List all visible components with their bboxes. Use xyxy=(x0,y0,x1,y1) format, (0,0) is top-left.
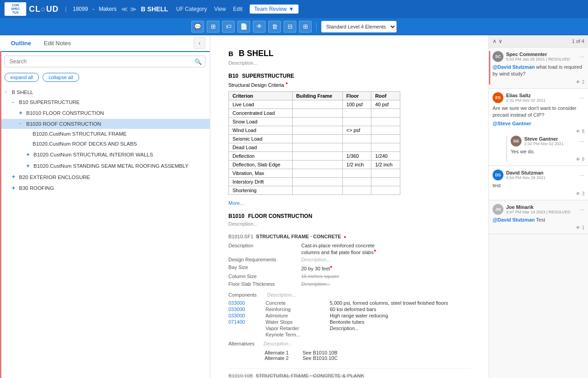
sf1-header: B1010.SF1 STRUCTURAL FRAME · CONCRETE ● xyxy=(228,234,470,239)
comment-header-4: JM Joe Minarik 3:47 PM Mar 14 2023 | RES… xyxy=(493,204,584,215)
comment-block-2: ES Elias Saltz 2:31 PM Nov 02 2021 ··· A… xyxy=(489,89,588,166)
comment-views-4: 👁 1 xyxy=(493,225,584,230)
more-link[interactable]: More... xyxy=(228,200,470,206)
nav-arrow-up[interactable]: ∧ xyxy=(493,38,497,44)
tree-item-b1020-siw[interactable]: + B1020.CustNum STRUCTURAL INTERIOR WALL… xyxy=(0,149,210,161)
tree-item-b1020[interactable]: − B1020 ROOF CONSTRUCTION xyxy=(0,119,210,129)
b10-title: SUPERSTRUCTURE xyxy=(242,73,294,79)
tree-item-b20[interactable]: + B20 EXTERIOR ENCLOSURE xyxy=(0,171,210,183)
comment-meta-2: Elias Saltz 2:31 PM Nov 02 2021 xyxy=(506,93,576,103)
comp-val-concrete: 5,000 psi, formed columns, steel trowel … xyxy=(330,300,470,306)
sf1-bay-size-label: Bay Size xyxy=(228,264,301,272)
doc-description: Description... xyxy=(228,60,470,66)
nav-arrow-down[interactable]: ∨ xyxy=(498,38,503,44)
tree-plus-b20[interactable]: + xyxy=(12,172,17,182)
tree-plus-b1020-ssm[interactable]: + xyxy=(26,161,32,171)
left-panel: Outline Edit Notes ‹ 🔍 expand all collap… xyxy=(0,35,210,378)
comment-meta-1: Spec Commenter 5:43 PM Jan 25 2021 | RES… xyxy=(506,52,576,61)
tab-edit-notes[interactable]: Edit Notes xyxy=(38,35,77,52)
standard-level-select[interactable]: Standard Level 4 Elements xyxy=(321,21,397,33)
comment-views-1: 👁 2 xyxy=(493,80,584,85)
sf1-detail-grid: Description Cast-in-place reinforced con… xyxy=(228,242,470,288)
comment-icon[interactable]: 💬 xyxy=(191,21,204,33)
comment-views-3: 👁 3 xyxy=(493,191,584,196)
tree-item-b1010[interactable]: + B1010 FLOOR CONSTRUCTION xyxy=(0,108,210,119)
collapse-all-button[interactable]: collapse all xyxy=(43,73,79,82)
nav-project: 18099 xyxy=(73,6,88,12)
tree-plus-b1010[interactable]: + xyxy=(19,109,24,118)
tree-item-b1020-sf[interactable]: B1020.CustNum STRUCTURAL FRAME xyxy=(0,129,210,139)
layout-icon[interactable]: ⊟ xyxy=(284,21,296,33)
reply-author-steve: Steve Gantner xyxy=(524,136,576,142)
table-row: Interstory Drift xyxy=(229,177,400,186)
comment-more-4[interactable]: ··· xyxy=(579,206,584,213)
document-icon[interactable]: 📄 xyxy=(237,21,250,33)
b1010b-section: B1010.10B STRUCTURAL FRAME · CONCRETE & … xyxy=(228,368,470,378)
tree-toggle-b-shell[interactable]: − xyxy=(5,89,10,96)
panel-tabs: Outline Edit Notes ‹ xyxy=(0,35,210,52)
card-icon[interactable]: ⊞ xyxy=(207,21,219,33)
tree-label-b1020-rd: B1020.CustNum ROOF DECKS AND SLABS xyxy=(33,140,137,148)
comp-val-reinforcing: 60 ksi deformed bars xyxy=(330,307,470,312)
sf1-req-dot: ● xyxy=(344,235,346,239)
eye-icon[interactable]: 👁 xyxy=(253,21,266,33)
b1010b-header: B1010.10B STRUCTURAL FRAME · CONCRETE & … xyxy=(228,373,470,378)
nav-project-name: Makers xyxy=(99,6,116,12)
tree-item-b30[interactable]: + B30 ROOFING xyxy=(0,183,210,194)
b10-label: B10 xyxy=(228,73,238,79)
avatar-spec-commenter: SC xyxy=(493,51,503,62)
nav-sep: | xyxy=(65,6,66,12)
comment-time-3: 4:54 PM Nov 29 2021 xyxy=(506,175,576,180)
comment-text-2: Are we sure we don't want to consider pr… xyxy=(493,105,584,119)
expand-all-button[interactable]: expand all xyxy=(5,73,39,82)
logo-cloud: CL○UD xyxy=(29,5,59,14)
alt-row-2: Alternate 2 See B1010.10C xyxy=(228,355,470,361)
table-row: Vibration, Max xyxy=(229,169,400,177)
tree-label-b1010: B1010 FLOOR CONSTRUCTION xyxy=(26,109,104,117)
tree-icon[interactable]: ⊞ xyxy=(299,21,312,33)
comp-name-admixture: Admixture xyxy=(266,313,329,318)
tree-toggle-b1020[interactable]: − xyxy=(19,120,24,128)
search-input[interactable] xyxy=(5,56,205,67)
tree-plus-b30[interactable]: + xyxy=(12,184,17,193)
comment-more-2[interactable]: ··· xyxy=(579,94,584,101)
team-review-button[interactable]: Team Review ▼ xyxy=(250,5,299,14)
table-row: Snow Load xyxy=(229,117,400,126)
tab-outline[interactable]: Outline xyxy=(5,35,38,52)
tree-item-b-shell[interactable]: − B SHELL xyxy=(0,87,210,97)
top-navigation: CONSPECTUS CL○UD | 18099 - Makers ≪ ≫ B … xyxy=(0,0,588,18)
b1010b-name: STRUCTURAL FRAME · CONCRETE & PLANK xyxy=(256,373,364,378)
collapse-panel-button[interactable]: ‹ xyxy=(194,37,205,49)
eye-icon-1: 👁 xyxy=(576,80,580,85)
comp-link-033000-1[interactable]: 033000 xyxy=(228,300,265,306)
comment-more-1[interactable]: ··· xyxy=(579,53,584,60)
logo-box: CONSPECTUS xyxy=(5,2,26,16)
b1010-title: FLOOR CONSTRUCTION xyxy=(248,213,312,219)
alt1-label: Alternate 1 xyxy=(265,350,301,355)
tree-item-b1020-ssm[interactable]: + B1020.CustNum STANDING SEAM METAL ROOF… xyxy=(0,161,210,172)
tree-toggle-b10[interactable]: − xyxy=(12,99,17,106)
nav-uf-category[interactable]: UF Category xyxy=(176,6,207,12)
tree-item-b10[interactable]: − B10 SUPERSTRUCTURE xyxy=(0,97,210,107)
nav-links: UF Category View Edit Team Review ▼ xyxy=(176,5,299,14)
nav-view[interactable]: View xyxy=(214,6,226,12)
comp-link-033000-3[interactable]: 033000 xyxy=(228,313,265,318)
mention-1: @David Stutzman xyxy=(493,64,535,70)
tree-plus-b1020-siw[interactable]: + xyxy=(26,150,32,160)
table-row: Concentrated Load xyxy=(229,109,400,117)
nav-dash: - xyxy=(92,6,94,12)
reply-more-steve[interactable]: ··· xyxy=(579,137,584,145)
nav-edit[interactable]: Edit xyxy=(233,6,242,12)
tag-icon[interactable]: 🏷 xyxy=(222,21,235,33)
comment-more-3[interactable]: ··· xyxy=(579,171,584,179)
comment-text-1: @David Stutzman what load is required by… xyxy=(493,64,584,78)
delete-icon[interactable]: 🗑 xyxy=(268,21,281,33)
sf1-name: STRUCTURAL FRAME · CONCRETE xyxy=(256,234,341,239)
comp-link-033000-2[interactable]: 033000 xyxy=(228,307,265,312)
comp-link-071400[interactable]: 071400 xyxy=(228,319,265,325)
comments-nav: ∧ ∨ 1 of 4 xyxy=(489,35,588,47)
comp-name-vapor: Vapor Retarder xyxy=(266,326,329,331)
tree-item-b1020-rd[interactable]: B1020.CustNum ROOF DECKS AND SLABS xyxy=(0,139,210,149)
comment-author-1: Spec Commenter xyxy=(506,52,576,57)
comp-name-reinforcing: Reinforcing xyxy=(266,307,329,312)
